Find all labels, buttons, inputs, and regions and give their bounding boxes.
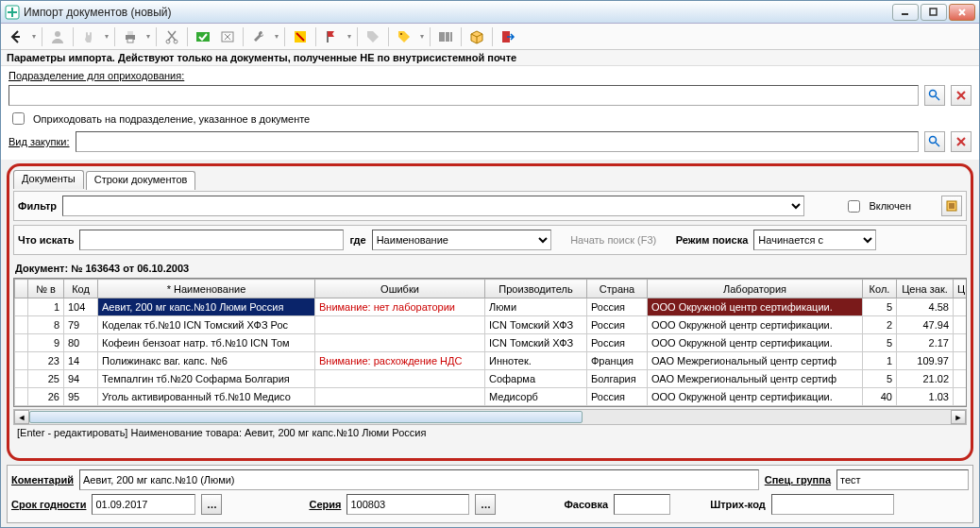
col-extra[interactable]: Ц — [954, 280, 967, 298]
spec-group-input[interactable] — [836, 469, 969, 490]
filter-enabled-checkbox[interactable] — [848, 200, 860, 213]
status-line: [Enter - редактировать] Наименование тов… — [13, 425, 967, 440]
svg-rect-5 — [127, 31, 133, 35]
back-button[interactable] — [5, 26, 27, 47]
close-button[interactable] — [949, 4, 975, 21]
dropdown-icon[interactable]: ▾ — [272, 26, 280, 47]
dropdown-icon[interactable]: ▾ — [345, 26, 353, 47]
barcode-input[interactable] — [771, 494, 894, 515]
cell-country: Россия — [587, 334, 648, 352]
series-picker-button[interactable]: … — [475, 494, 496, 515]
dropdown-icon[interactable]: ▾ — [417, 26, 426, 47]
expiry-picker-button[interactable]: … — [201, 494, 222, 515]
col-producer[interactable]: Производитель — [485, 280, 587, 298]
cell-producer: Иннотек. — [485, 352, 587, 370]
cell-name: Темпалгин тб.№20 Софарма Болгария — [98, 370, 315, 388]
dropdown-icon[interactable]: ▾ — [144, 26, 152, 47]
horizontal-scrollbar[interactable]: ◄ ► — [13, 409, 967, 425]
svg-rect-6 — [127, 39, 133, 43]
col-code[interactable]: Код — [64, 280, 98, 298]
cell-name: Кофеин бензоат натр. тб.№10 ICN Том — [98, 334, 315, 352]
division-clear-button[interactable] — [951, 85, 972, 106]
table-row[interactable]: 879Коделак тб.№10 ICN Томский ХФЗ РосICN… — [15, 316, 967, 334]
col-price[interactable]: Цена зак. — [897, 280, 954, 298]
start-search-button[interactable]: Начать поиск (F3) — [557, 234, 670, 246]
scroll-right-icon[interactable]: ► — [951, 410, 966, 424]
expiry-input[interactable] — [92, 494, 195, 515]
window-title: Импорт документов (новый) — [24, 6, 892, 19]
barcode-button[interactable] — [434, 26, 457, 47]
cell-producer: Медисорб — [485, 388, 587, 406]
tab-doc-lines[interactable]: Строки документов — [86, 171, 196, 190]
titlebar: Импорт документов (новый) — [1, 1, 979, 24]
dropdown-icon[interactable]: ▾ — [102, 26, 110, 47]
print-button[interactable] — [119, 26, 142, 47]
search-mode-select[interactable]: Начинается с — [753, 230, 876, 250]
check-green-button[interactable] — [192, 26, 214, 47]
maximize-button[interactable] — [921, 4, 947, 21]
scroll-left-icon[interactable]: ◄ — [14, 410, 29, 424]
comment-input[interactable] — [79, 469, 759, 490]
cell-extra — [954, 388, 967, 406]
purchase-type-label: Вид закупки: — [8, 136, 70, 147]
division-lookup-button[interactable] — [924, 85, 945, 106]
barcode-label: Штрих-код — [710, 499, 766, 510]
table-row[interactable]: 2695Уголь активированный тб.№10 МедисоМе… — [15, 388, 967, 406]
warning-button[interactable] — [289, 26, 312, 47]
col-errors[interactable]: Ошибки — [315, 280, 485, 298]
purchase-lookup-button[interactable] — [924, 131, 945, 152]
uncheck-button[interactable] — [216, 26, 239, 47]
col-country[interactable]: Страна — [587, 280, 648, 298]
table-row[interactable]: 1104Аевит, 200 мг капс.№10 Люми РоссияВн… — [15, 298, 967, 316]
purchase-type-input[interactable] — [76, 131, 919, 152]
wrench-button[interactable] — [247, 26, 270, 47]
cell-marker — [15, 352, 28, 370]
search-what-input[interactable] — [79, 230, 344, 250]
params-form: Подразделение для оприходования: Оприход… — [1, 66, 979, 160]
cell-code: 104 — [64, 298, 98, 316]
search-panel: Что искать где Наименование Начать поиск… — [13, 225, 967, 255]
search-where-select[interactable]: Наименование — [372, 230, 551, 250]
col-name[interactable]: * Наименование — [98, 280, 315, 298]
cell-price: 47.94 — [897, 316, 954, 334]
table-row[interactable]: 980Кофеин бензоат натр. тб.№10 ICN ТомIC… — [15, 334, 967, 352]
cell-extra — [954, 298, 967, 316]
tab-documents[interactable]: Документы — [13, 170, 84, 189]
dropdown-icon[interactable]: ▾ — [29, 26, 38, 47]
exit-button[interactable] — [497, 26, 519, 47]
cell-country: Россия — [587, 298, 648, 316]
cut-button[interactable] — [161, 26, 183, 47]
filter-config-button[interactable] — [941, 196, 962, 216]
table-row[interactable]: 2594Темпалгин тб.№20 Софарма БолгарияСоф… — [15, 370, 967, 388]
division-input[interactable] — [8, 85, 919, 106]
col-marker[interactable] — [15, 280, 28, 298]
cell-code: 79 — [64, 316, 98, 334]
search-where-label: где — [349, 234, 365, 246]
table-row[interactable]: 2314Полижинакс ваг. капс. №6Внимание: ра… — [15, 352, 967, 370]
svg-point-14 — [930, 91, 937, 97]
cell-name: Аевит, 200 мг капс.№10 Люми Россия — [98, 298, 315, 316]
col-qty[interactable]: Кол. — [863, 280, 897, 298]
flag-button[interactable] — [320, 26, 343, 47]
series-input[interactable] — [346, 494, 469, 515]
packing-label: Фасовка — [564, 499, 608, 510]
packing-input[interactable] — [614, 494, 670, 515]
svg-point-15 — [930, 137, 937, 144]
use-doc-division-label: Оприходовать на подразделение, указанное… — [33, 113, 310, 125]
box-button[interactable] — [465, 26, 488, 47]
cell-extra — [954, 334, 967, 352]
cell-country: Россия — [587, 388, 648, 406]
cell-lab: ООО Окружной центр сертификации. — [648, 388, 863, 406]
scroll-thumb[interactable] — [29, 411, 583, 423]
col-num[interactable]: № в — [28, 280, 64, 298]
filter-select[interactable] — [62, 196, 804, 216]
col-lab[interactable]: Лаборатория — [648, 280, 863, 298]
tag-yellow-button[interactable] — [393, 26, 415, 47]
cell-lab: ООО Окружной центр сертификации. — [648, 298, 863, 316]
data-grid[interactable]: № в Код * Наименование Ошибки Производит… — [13, 278, 967, 407]
cell-country: Болгария — [587, 370, 648, 388]
purchase-clear-button[interactable] — [951, 131, 972, 152]
svg-point-12 — [400, 33, 402, 35]
use-doc-division-checkbox[interactable] — [12, 112, 25, 125]
minimize-button[interactable] — [892, 4, 919, 21]
